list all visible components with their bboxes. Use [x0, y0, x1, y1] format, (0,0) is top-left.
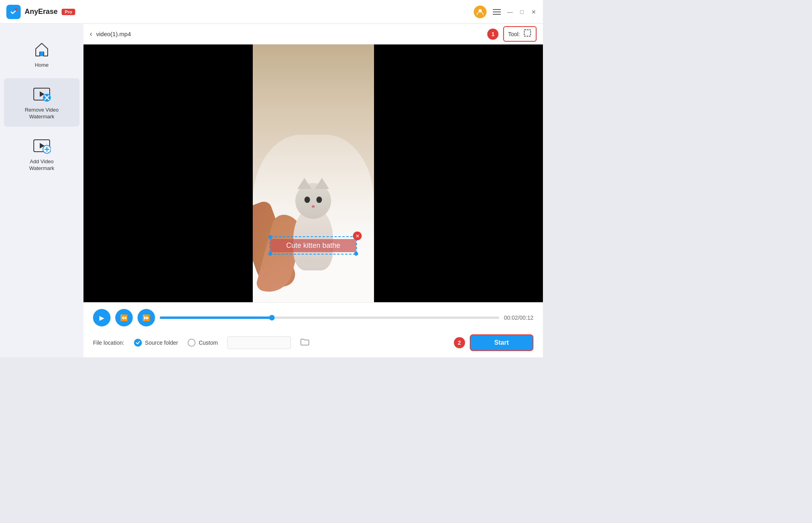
video-header: ‹ video(1).mp4 1 Tool: [83, 24, 543, 44]
video-filename: video(1).mp4 [96, 31, 131, 37]
forward-icon: ⏩ [142, 314, 150, 322]
video-header-left: ‹ video(1).mp4 [90, 30, 131, 38]
left-black-panel [83, 44, 253, 302]
title-bar-right: — □ ✕ [474, 6, 537, 18]
right-black-panel [374, 44, 543, 302]
remove-watermark-icon [32, 85, 51, 104]
selection-close-button[interactable]: ✕ [353, 232, 362, 240]
close-button[interactable]: ✕ [531, 9, 537, 15]
sidebar: Home Remove VideoWatermark [0, 24, 83, 357]
title-bar-left: AnyErase Pro [6, 5, 75, 19]
play-icon: ▶ [99, 314, 104, 322]
title-bar: AnyErase Pro — □ ✕ [0, 0, 543, 24]
play-button[interactable]: ▶ [93, 309, 110, 326]
sidebar-item-add-watermark[interactable]: Add VideoWatermark [4, 130, 79, 178]
progress-bar[interactable] [160, 317, 499, 319]
cat-scene: Cute kitten bathe ✕ [253, 44, 374, 302]
home-icon [32, 40, 51, 59]
file-location: File location: Source folder Custom [93, 334, 533, 351]
custom-label: Custom [199, 340, 218, 346]
source-folder-option[interactable]: Source folder [134, 339, 178, 347]
main-layout: Home Remove VideoWatermark [0, 24, 543, 357]
browse-folder-button[interactable] [300, 338, 309, 347]
source-folder-radio[interactable] [134, 339, 142, 347]
selection-handle-tl[interactable] [268, 235, 272, 239]
custom-radio[interactable] [188, 339, 196, 347]
source-folder-label: Source folder [145, 340, 178, 346]
tool-selector[interactable]: Tool: [503, 26, 537, 42]
playback-controls: ▶ ⏪ ⏩ 00:02/00:12 [93, 309, 533, 326]
watermark-selection[interactable]: Cute kitten bathe ✕ [269, 236, 357, 255]
video-frame: Cute kitten bathe ✕ [253, 44, 374, 302]
content-area: ‹ video(1).mp4 1 Tool: [83, 24, 543, 357]
tool-label: Tool: [508, 31, 520, 37]
video-player: Cute kitten bathe ✕ [83, 44, 543, 302]
app-name: AnyErase [25, 8, 58, 16]
menu-icon[interactable] [493, 9, 501, 15]
maximize-button[interactable]: □ [519, 9, 525, 15]
controls-area: ▶ ⏪ ⏩ 00:02/00:12 File location: [83, 302, 543, 357]
progress-thumb[interactable] [269, 315, 275, 320]
crop-tool-icon [523, 29, 532, 39]
selection-handle-br[interactable] [354, 252, 358, 256]
sidebar-item-add-watermark-label: Add VideoWatermark [29, 158, 54, 172]
app-logo [6, 5, 21, 19]
video-header-right: 1 Tool: [487, 26, 537, 42]
file-location-label: File location: [93, 340, 124, 346]
sidebar-item-remove-watermark[interactable]: Remove VideoWatermark [4, 78, 79, 127]
file-location-right: 2 Start [454, 334, 533, 351]
add-watermark-icon [32, 136, 51, 155]
avatar-icon[interactable] [474, 6, 486, 18]
custom-option[interactable]: Custom [188, 339, 218, 347]
pro-badge: Pro [62, 9, 75, 15]
sidebar-item-remove-watermark-label: Remove VideoWatermark [25, 107, 58, 120]
step2-badge: 2 [454, 337, 465, 348]
rewind-button[interactable]: ⏪ [115, 309, 133, 326]
svg-rect-10 [524, 30, 531, 36]
file-location-left: File location: Source folder Custom [93, 336, 309, 349]
sidebar-item-home-label: Home [35, 62, 49, 69]
start-button[interactable]: Start [470, 334, 533, 351]
forward-button[interactable]: ⏩ [138, 309, 155, 326]
watermark-text: Cute kitten bathe [270, 239, 356, 252]
custom-path-input[interactable] [227, 336, 291, 349]
rewind-icon: ⏪ [120, 314, 128, 322]
svg-point-1 [15, 8, 17, 11]
progress-fill [160, 317, 272, 319]
selection-handle-bl[interactable] [268, 252, 272, 256]
time-display: 00:02/00:12 [504, 315, 533, 321]
minimize-button[interactable]: — [507, 9, 513, 15]
step1-badge: 1 [487, 29, 498, 40]
back-button[interactable]: ‹ [90, 30, 92, 38]
svg-rect-3 [40, 52, 43, 56]
sidebar-item-home[interactable]: Home [4, 33, 79, 75]
